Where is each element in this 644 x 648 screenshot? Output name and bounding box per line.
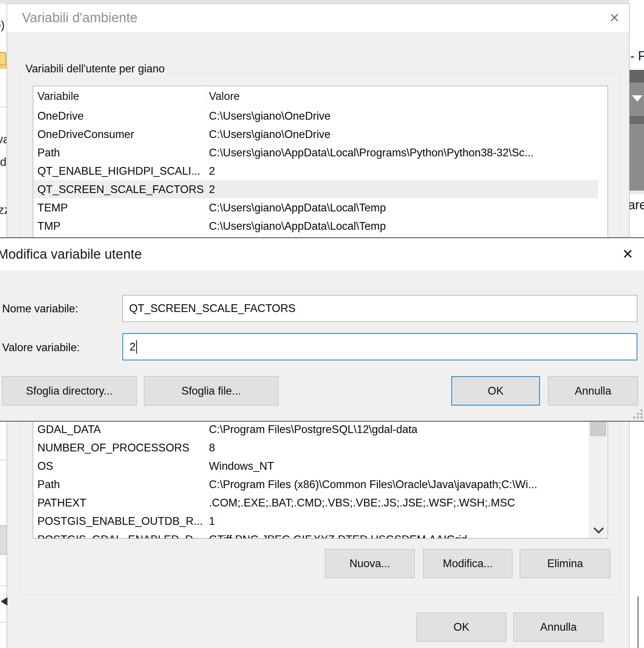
collapse-left-arrow-icon[interactable] bbox=[1, 597, 7, 606]
variable-value-label: Valore variabile: bbox=[2, 341, 80, 354]
variable-name-label: Nome variabile: bbox=[2, 302, 78, 315]
background-top-strip bbox=[0, 0, 644, 4]
variable-value-input[interactable]: 2 bbox=[122, 333, 637, 360]
background-thumbnail bbox=[629, 70, 644, 191]
divider bbox=[629, 191, 644, 194]
variable-value-cell: C:\Users\giano\OneDrive bbox=[209, 128, 586, 141]
variable-value-cell: C:\Users\giano\AppData\Local\Temp bbox=[209, 202, 586, 214]
browse-file-button[interactable]: Sfoglia file... bbox=[144, 376, 278, 406]
variable-name-cell: TMP bbox=[37, 220, 206, 233]
browse-directory-button[interactable]: Sfoglia directory... bbox=[2, 376, 137, 406]
dialog-title: Modifica variabile utente bbox=[0, 247, 142, 262]
variable-name-cell: OneDrive bbox=[37, 110, 206, 122]
variable-value-cell: 2 bbox=[209, 183, 586, 196]
column-separator[interactable] bbox=[206, 87, 206, 106]
folder-icon-foot bbox=[0, 64, 7, 69]
resize-grip[interactable] bbox=[632, 408, 643, 419]
variable-value-cell: C:\Users\giano\AppData\Local\Temp bbox=[209, 220, 586, 233]
table-row[interactable]: QT_ENABLE_HIGHDPI_SCALI...2 bbox=[34, 162, 598, 180]
user-variables-group-label: Variabili dell'utente per giano bbox=[23, 62, 168, 75]
background-window-edge bbox=[637, 596, 639, 648]
text-caret bbox=[136, 340, 137, 354]
variable-value-cell: 2 bbox=[209, 165, 586, 178]
table-row[interactable]: TEMPC:\Users\giano\AppData\Local\Temp bbox=[34, 198, 598, 217]
close-icon[interactable]: ✕ bbox=[605, 9, 624, 27]
cancel-button[interactable]: Annulla bbox=[513, 613, 603, 642]
variable-name-cell: Path bbox=[37, 146, 206, 159]
thumbnail-band bbox=[629, 70, 644, 83]
table-header[interactable]: Variabile Valore bbox=[33, 86, 608, 107]
delete-system-variable-button[interactable]: Elimina bbox=[520, 549, 610, 578]
edit-system-variable-button[interactable]: Modifica... bbox=[423, 549, 512, 578]
background-link-fragment[interactable]: are bbox=[628, 198, 644, 212]
divider bbox=[0, 586, 7, 586]
dialog-title: Variabili d'ambiente bbox=[22, 10, 138, 25]
variable-value-cell: C:\Users\giano\AppData\Local\Programs\Py… bbox=[209, 146, 586, 159]
background-text-fragment: - Fr bbox=[630, 49, 644, 64]
variable-name-cell: QT_SCREEN_SCALE_FACTORS bbox=[37, 183, 206, 196]
variable-value-cell: C:\Users\giano\OneDrive bbox=[209, 110, 586, 122]
background-text-fragment: o) bbox=[0, 18, 5, 32]
dialog-titlebar[interactable]: Variabili d'ambiente ✕ bbox=[7, 4, 629, 32]
divider bbox=[0, 460, 7, 460]
table-row[interactable]: PathC:\Users\giano\AppData\Local\Program… bbox=[34, 143, 598, 162]
divider bbox=[0, 622, 7, 623]
table-row[interactable]: OneDriveC:\Users\giano\OneDrive bbox=[34, 107, 598, 125]
divider bbox=[0, 107, 7, 107]
column-header-value[interactable]: Valore bbox=[209, 90, 240, 103]
variable-name-cell: QT_ENABLE_HIGHDPI_SCALI... bbox=[37, 165, 206, 178]
new-system-variable-button[interactable]: Nuova... bbox=[325, 549, 415, 578]
table-row[interactable]: QT_SCREEN_SCALE_FACTORS2 bbox=[34, 180, 598, 198]
ok-button[interactable]: OK bbox=[416, 613, 506, 642]
column-header-variable[interactable]: Variabile bbox=[37, 90, 79, 103]
cancel-button[interactable]: Annulla bbox=[548, 376, 638, 406]
table-row[interactable]: OneDriveConsumerC:\Users\giano\OneDrive bbox=[34, 125, 598, 143]
edit-variable-dialog: Modifica variabile utente ✕ Nome variabi… bbox=[0, 237, 644, 422]
variable-value-value: 2 bbox=[130, 341, 136, 353]
screen: o) va di zz - Fr are Variabili d'ambient… bbox=[0, 0, 644, 648]
variable-name-cell: OneDriveConsumer bbox=[37, 128, 206, 141]
ok-button[interactable]: OK bbox=[451, 376, 540, 406]
close-icon[interactable]: ✕ bbox=[618, 245, 637, 264]
variable-name-input[interactable]: QT_SCREEN_SCALE_FACTORS bbox=[122, 295, 637, 322]
background-gray-block bbox=[0, 525, 7, 555]
cursor-icon bbox=[632, 95, 643, 102]
dialog-titlebar[interactable]: Modifica variabile utente ✕ bbox=[0, 238, 644, 270]
variable-name-cell: TEMP bbox=[37, 202, 206, 214]
user-variables-table: Variabile Valore OneDriveC:\Users\giano\… bbox=[33, 86, 608, 238]
variable-name-value: QT_SCREEN_SCALE_FACTORS bbox=[129, 302, 295, 315]
table-row[interactable]: TMPC:\Users\giano\AppData\Local\Temp bbox=[34, 217, 598, 235]
thumbnail-band bbox=[629, 116, 644, 124]
